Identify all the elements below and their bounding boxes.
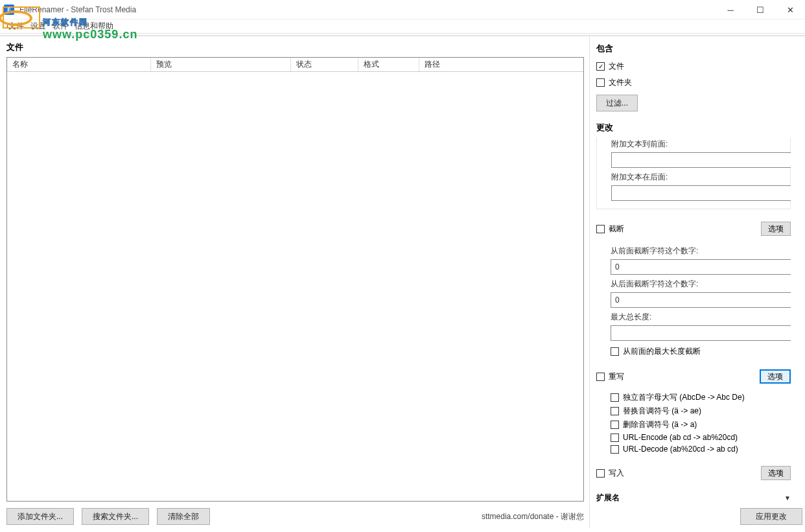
main: 文件 名称 预览 状态 格式 路径 添加文件夹... 搜索文件夹... 清除全部… [0,36,805,529]
truncate-fields: 从前面截断字符这个数字: 从后面截断字符这个数字: 最大总长度: 从前面的最大长… [596,246,791,357]
append-front-input[interactable] [611,152,795,168]
right-pane: 包含 ✓ 文件 文件夹 过滤... 更改 附加文本到前面: 附加文本在后面: [590,36,805,529]
max-len-input[interactable] [611,325,795,341]
col-name[interactable]: 名称 [7,58,151,71]
write-in-label: 写入 [609,468,761,479]
donate-text: sttmedia.com/donate - 谢谢您 [482,511,584,522]
rewrite-group-head: 重写 选项 [596,369,791,384]
trunc-from-front-label: 从前面的最大长度截断 [623,346,701,357]
truncate-label: 截断 [609,224,761,235]
menu-software[interactable]: 软件 [52,21,68,32]
append-front-label: 附加文本到前面: [611,139,790,150]
scroll-up-icon[interactable]: ▲ [792,224,802,235]
rewrite-checkbox[interactable] [596,373,605,381]
truncate-options-button[interactable]: 选项 [761,222,791,236]
change-title: 更改 [596,119,802,137]
rewrite-options: 独立首字母大写 (AbcDe -> Abc De) 替换音调符号 (ä -> a… [596,392,791,454]
truncate-group-head: 截断 选项 [596,221,791,237]
scroll-down-icon[interactable]: ▼ [792,466,802,477]
rewrite-label: 重写 [609,371,760,382]
cap-words-label: 独立首字母大写 (AbcDe -> Abc De) [623,392,745,403]
chevron-down-icon: ▼ [784,494,791,502]
menu-settings[interactable]: 设置 [30,21,46,32]
menubar: /文件 设置 软件 信息和帮助 [0,19,805,34]
trunc-back-label: 从后面截断字符这个数字: [611,279,791,290]
include-title: 包含 [596,40,802,58]
include-folder-label: 文件夹 [609,77,632,88]
minimize-button[interactable]: ─ [716,0,745,19]
checkbox-checked-icon: ✓ [596,62,605,71]
url-decode-checkbox[interactable] [611,445,619,454]
checkbox-icon [596,78,605,87]
files-section-title: 文件 [6,39,584,57]
search-folder-button[interactable]: 搜索文件夹... [82,508,149,525]
close-button[interactable]: ✕ [775,0,805,19]
left-bottom-toolbar: 添加文件夹... 搜索文件夹... 清除全部 sttmedia.com/dona… [6,502,584,525]
window-controls: ─ ☐ ✕ [716,0,805,19]
replace-umlaut-checkbox[interactable] [611,407,619,415]
clear-all-button[interactable]: 清除全部 [157,508,210,525]
files-table[interactable]: 名称 预览 状态 格式 路径 [6,57,584,502]
url-encode-checkbox[interactable] [611,434,619,442]
extension-row[interactable]: 扩展名 ▼ [596,490,791,503]
trunc-front-input[interactable] [611,259,795,275]
url-encode-label: URL-Encode (ab cd -> ab%20cd) [623,433,738,442]
write-in-group-head: 写入 选项 [596,465,791,481]
url-decode-label: URL-Decode (ab%20cd -> ab cd) [623,445,738,454]
cap-words-checkbox[interactable] [611,393,619,402]
include-file-checkbox[interactable]: ✓ 文件 [596,61,802,72]
rewrite-options-button[interactable]: 选项 [760,369,791,384]
trunc-from-front-checkbox[interactable] [611,347,619,356]
menu-help[interactable]: 信息和帮助 [75,21,113,32]
extension-label: 扩展名 [596,492,784,503]
replace-umlaut-label: 替换音调符号 (ä -> ae) [623,406,701,417]
append-back-label: 附加文本在后面: [611,172,790,183]
trunc-front-label: 从前面截断字符这个数字: [611,246,791,257]
max-len-label: 最大总长度: [611,312,791,323]
right-bottom-toolbar: 应用更改 [596,503,802,525]
truncate-checkbox[interactable] [596,225,605,233]
menu-file[interactable]: /文件 [6,21,24,32]
add-folder-button[interactable]: 添加文件夹... [6,508,74,525]
col-path[interactable]: 路径 [419,58,583,71]
apply-changes-button[interactable]: 应用更改 [740,508,802,525]
scroll-thumb[interactable] [793,235,801,430]
trunc-back-input[interactable] [611,292,795,308]
window-title: FileRenamer - Stefan Trost Media [19,5,136,14]
append-back-input[interactable] [611,185,795,201]
delete-umlaut-checkbox[interactable] [611,421,619,429]
table-header: 名称 预览 状态 格式 路径 [7,58,583,72]
change-scroll-area: 附加文本到前面: 附加文本在后面: 截断 选项 从前面截断字符这个数字: 从后面… [596,137,802,503]
col-preview[interactable]: 预览 [151,58,291,71]
include-folder-checkbox[interactable]: 文件夹 [596,77,802,88]
include-file-label: 文件 [609,61,624,72]
append-group: 附加文本到前面: 附加文本在后面: [596,137,791,209]
maximize-button[interactable]: ☐ [745,0,775,19]
left-pane: 文件 名称 预览 状态 格式 路径 添加文件夹... 搜索文件夹... 清除全部… [0,36,590,529]
col-status[interactable]: 状态 [291,58,358,71]
delete-umlaut-label: 删除音调符号 (ä -> a) [623,419,697,430]
col-format[interactable]: 格式 [358,58,419,71]
app-icon: F [4,5,14,15]
write-in-checkbox[interactable] [596,469,605,478]
titlebar: F FileRenamer - Stefan Trost Media ─ ☐ ✕ [0,0,805,19]
vertical-scrollbar[interactable]: ▲ ▼ [791,224,802,477]
write-in-options-button[interactable]: 选项 [761,466,791,480]
filter-button[interactable]: 过滤... [596,95,638,111]
